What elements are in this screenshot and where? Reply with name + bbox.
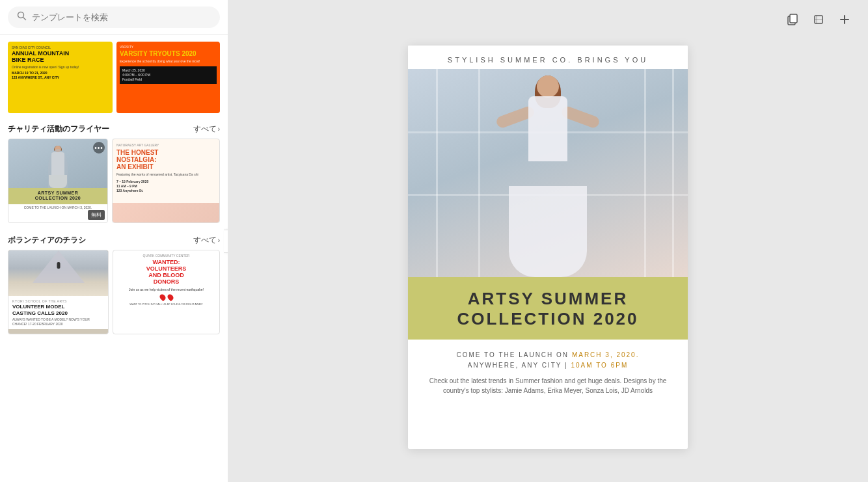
volunteer-card-info: KYORI SCHOOL OF THE ARTS Volunteer Model…: [8, 296, 108, 329]
search-bar: [0, 0, 228, 35]
bike-race-council: SAN DIAS CITY COUNCIL: [12, 46, 109, 49]
fashion-person: [49, 146, 67, 188]
search-container: [8, 7, 220, 28]
volunteer-section-header: ボランティアのチラシ すべて ›: [0, 231, 228, 250]
charity-cards-row: ••• ARTSY SUMMERCOLLECTION 2020 COME TO …: [0, 139, 228, 231]
svg-line-1: [23, 18, 26, 20]
bike-race-sub: Online registration is now open! Sign up…: [12, 65, 109, 69]
volunteer-section-title: ボランティアのチラシ: [8, 235, 86, 246]
wanted-template[interactable]: QUARK COMMUNITY CENTER WANTED:VOLUNTEERS…: [113, 250, 220, 334]
bike-race-template[interactable]: SAN DIAS CITY COUNCIL ANNUAL MOUNTAINBIK…: [8, 42, 113, 113]
wanted-sub: Join us as we help victims of the recent…: [116, 288, 216, 292]
preview-description: Check out the latest trends in Summer fa…: [427, 376, 668, 395]
wanted-title: WANTED:VOLUNTEERSAND BLOODDONORS: [116, 260, 216, 286]
collapse-panel-button[interactable]: ‹: [224, 230, 228, 253]
free-badge: 無料: [88, 210, 105, 220]
volunteer-see-all[interactable]: すべて ›: [193, 235, 220, 246]
varsity-top: VARSITY: [120, 45, 217, 49]
left-panel: SAN DIAS CITY COUNCIL ANNUAL MOUNTAINBIK…: [0, 0, 228, 482]
add-icon: [838, 13, 851, 26]
school-label: KYORI SCHOOL OF THE ARTS: [12, 299, 104, 303]
pw-head: [537, 75, 559, 98]
varsity-template[interactable]: VARSITY VARSITY TRYOUTS 2020 Experience …: [116, 42, 220, 113]
charity-section-header: チャリティ活動のフライヤー すべて ›: [0, 120, 228, 139]
volunteer-cards-row: KYORI SCHOOL OF THE ARTS Volunteer Model…: [0, 250, 228, 342]
wanted-contact: WANT TO PITCH IN? CALL US AT 123-456-789…: [116, 302, 216, 306]
event-date-highlight: MARCH 3, 2020.: [572, 351, 640, 358]
nostalgia-details: 7 – 15 February 202011 AM – 9 PM123 Anyw…: [116, 180, 215, 193]
varsity-title: VARSITY TRYOUTS 2020: [120, 50, 217, 57]
gallery-label: NATURAESY ART GALLERY: [116, 143, 215, 147]
search-input[interactable]: [32, 12, 211, 22]
person-dot: [57, 262, 60, 269]
artsy-summer-template[interactable]: ••• ARTSY SUMMERCOLLECTION 2020 COME TO …: [8, 139, 108, 223]
volunteer-photo: [8, 250, 108, 296]
volunteer-model-template[interactable]: KYORI SCHOOL OF THE ARTS Volunteer Model…: [8, 250, 109, 334]
right-panel: STYLISH SUMMER CO. BRINGS YOU ARTSY SU: [228, 0, 868, 482]
svg-rect-3: [790, 14, 797, 23]
varsity-details: March 25, 20204:00 PM – 6:00 PMFootball …: [120, 66, 217, 84]
artsy-card-title: ARTSY SUMMERCOLLECTION 2020: [12, 191, 103, 202]
duplicate-icon: [786, 13, 799, 26]
copy-icon: [812, 13, 825, 26]
v-bar-1: [436, 69, 438, 277]
preview-photo: [408, 69, 688, 277]
v-bar-3: [644, 69, 646, 277]
add-button[interactable]: [834, 9, 855, 30]
v-bar-4: [672, 69, 674, 277]
pw-body: [528, 96, 567, 161]
bike-race-details: MARCH 19 TO 21, 2020123 ANYWHERE ST., AN…: [12, 71, 109, 80]
search-icon: [17, 11, 27, 23]
charity-see-all[interactable]: すべて ›: [193, 124, 220, 135]
event-time-highlight: 10AM TO 6PM: [571, 362, 628, 369]
nostalgia-decoration: [113, 203, 219, 222]
pw-dress: [509, 186, 587, 277]
charity-chevron-icon: ›: [218, 126, 220, 133]
nostalgia-template[interactable]: NATURAESY ART GALLERY THE HONESTNOSTALGI…: [112, 139, 220, 223]
preview-bottom-section: COME TO THE LAUNCH ON MARCH 3, 2020. ANY…: [408, 340, 688, 407]
mountain-background: [8, 250, 108, 296]
blood-drop-2: [166, 293, 174, 302]
bike-race-title: ANNUAL MOUNTAINBIKE RACE: [12, 51, 109, 64]
left-scroll: SAN DIAS CITY COUNCIL ANNUAL MOUNTAINBIK…: [0, 35, 228, 482]
charity-section-title: チャリティ活動のフライヤー: [8, 124, 109, 135]
blood-drop-1: [158, 293, 167, 302]
preview-woman-figure: [463, 75, 632, 277]
preview-top-section: STYLISH SUMMER CO. BRINGS YOU: [408, 46, 688, 69]
blood-drops-decoration: [116, 294, 216, 301]
canvas-toolbar: [782, 9, 855, 30]
nostalgia-title: THE HONESTNOSTALGIA:AN EXHIBIT: [116, 149, 215, 170]
volunteer-title: Volunteer ModelCasting Calls 2020: [12, 304, 104, 316]
copy-button[interactable]: [808, 9, 829, 30]
community-center-label: QUARK COMMUNITY CENTER: [116, 254, 216, 258]
preview-card: STYLISH SUMMER CO. BRINGS YOU ARTSY SU: [408, 46, 688, 449]
nostalgia-sub: Featuring the works of renowned artist, …: [116, 172, 215, 177]
brand-title: STYLISH SUMMER CO. BRINGS YOU: [421, 56, 675, 64]
volunteer-details: ALWAYS WANTED TO BE A MODEL? NOW'S YOUR …: [12, 317, 104, 326]
volunteer-chevron-icon: ›: [218, 237, 220, 244]
preview-yellow-section: ARTSY SUMMERCOLLECTION 2020: [408, 277, 688, 340]
varsity-sub: Experience the school by doing what you …: [120, 59, 217, 64]
three-dot-menu-button[interactable]: •••: [93, 142, 105, 154]
artsy-card-image: •••: [8, 139, 107, 188]
top-thumbnails: SAN DIAS CITY COUNCIL ANNUAL MOUNTAINBIK…: [0, 35, 228, 120]
artsy-card-bottom: ARTSY SUMMERCOLLECTION 2020: [8, 188, 107, 204]
event-line: COME TO THE LAUNCH ON MARCH 3, 2020. ANY…: [427, 350, 668, 371]
collection-title: ARTSY SUMMERCOLLECTION 2020: [421, 289, 675, 329]
duplicate-button[interactable]: [782, 9, 803, 30]
